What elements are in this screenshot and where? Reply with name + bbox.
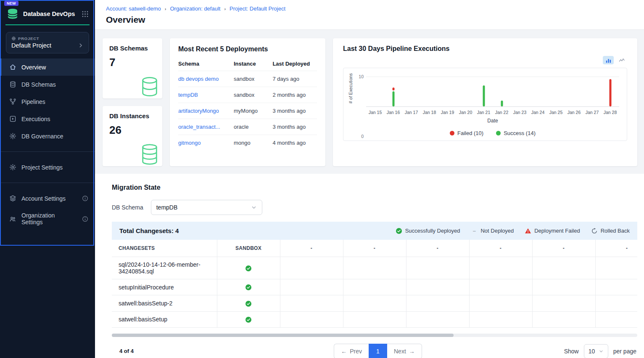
chart-plot-area bbox=[366, 73, 619, 107]
sidebar-item-db-schemas[interactable]: DB Schemas bbox=[0, 76, 95, 93]
database-icon bbox=[9, 81, 16, 88]
failed-bar bbox=[392, 88, 394, 90]
column-header: CHANGESETS bbox=[112, 240, 217, 257]
schema-link[interactable]: db devops demo bbox=[178, 76, 219, 82]
line-chart-toggle-icon[interactable] bbox=[616, 56, 627, 64]
empty-cell bbox=[343, 279, 406, 295]
page-size-value: 10 bbox=[589, 348, 595, 355]
chevron-right-icon bbox=[78, 42, 84, 48]
breadcrumb-project-link[interactable]: Project: Default Project bbox=[230, 5, 285, 12]
empty-cell bbox=[406, 295, 469, 311]
status-legend-item: Deployment Failed bbox=[525, 228, 580, 234]
next-label: Next bbox=[394, 348, 406, 355]
schema-link[interactable]: tempDB bbox=[178, 92, 198, 98]
pipeline-icon bbox=[9, 98, 16, 105]
scrollbar-thumb[interactable] bbox=[112, 334, 454, 337]
chart-column bbox=[529, 73, 547, 106]
x-tick-label: Jan 15 bbox=[366, 110, 384, 115]
pipeline-executions-card: Last 30 Days Pipeline Executions # of Ex… bbox=[333, 38, 637, 166]
sidebar-item-account-settings[interactable]: Account Settings bbox=[0, 190, 95, 207]
page-size-select[interactable]: 10 bbox=[584, 344, 608, 358]
sidebar-item-overview[interactable]: Overview bbox=[0, 58, 95, 76]
x-tick-label: Jan 19 bbox=[438, 110, 457, 115]
sidebar-item-db-governance[interactable]: DB Governance bbox=[0, 127, 95, 145]
schema-link[interactable]: oracle_transact... bbox=[178, 124, 220, 130]
migration-state-section: Migration State DB Schema tempDB Total C… bbox=[95, 174, 644, 358]
sandbox-status-cell bbox=[217, 295, 280, 311]
people-icon bbox=[9, 215, 16, 223]
legend-label: Success (14) bbox=[504, 130, 536, 136]
empty-cell bbox=[595, 295, 637, 311]
schema-link[interactable]: gitmongo bbox=[178, 140, 201, 146]
breadcrumb-organization-link[interactable]: Organization: default bbox=[170, 5, 220, 12]
chart-column bbox=[384, 73, 402, 106]
sidebar-nav-secondary: Project Settings bbox=[0, 159, 95, 176]
migration-state-title: Migration State bbox=[112, 184, 637, 191]
info-icon[interactable] bbox=[82, 216, 88, 222]
apps-grid-icon[interactable] bbox=[82, 11, 89, 18]
project-selector[interactable]: PROJECT Default Project bbox=[6, 32, 89, 53]
sidebar-item-executions[interactable]: Executions bbox=[0, 110, 95, 127]
sidebar-item-organization-settings[interactable]: Organization Settings bbox=[0, 207, 95, 231]
instance-cell: sandbox bbox=[234, 87, 272, 103]
project-label: PROJECT bbox=[18, 36, 39, 41]
changeset-name: satwell:basisSetup bbox=[112, 311, 217, 327]
sidebar-item-label: DB Governance bbox=[21, 133, 63, 140]
page-title: Overview bbox=[106, 15, 633, 25]
sidebar-item-project-settings[interactable]: Project Settings bbox=[0, 159, 95, 176]
success-bar bbox=[483, 85, 485, 106]
y-axis-ticks: 10 0 bbox=[356, 73, 366, 136]
breadcrumb-separator-icon bbox=[224, 6, 226, 11]
sidebar-nav-tertiary: Account SettingsOrganization Settings bbox=[0, 190, 95, 231]
empty-cell bbox=[343, 295, 406, 311]
changeset-row: setupInitialProcedure bbox=[112, 279, 637, 295]
y-tick-min: 0 bbox=[361, 134, 364, 139]
legend-item: Success (14) bbox=[496, 130, 536, 136]
changeset-row: sql/2024-10-14-12-06-member-34240854.sql bbox=[112, 257, 637, 279]
schema-link[interactable]: artifactoryMongo bbox=[178, 108, 219, 114]
empty-cell bbox=[532, 279, 595, 295]
changeset-row: satwell:basisSetup bbox=[112, 311, 637, 327]
empty-cell bbox=[532, 311, 595, 327]
empty-cell bbox=[469, 257, 532, 279]
sidebar-item-pipelines[interactable]: Pipelines bbox=[0, 93, 95, 110]
success-check-icon bbox=[245, 316, 252, 323]
app-title: Database DevOps bbox=[23, 11, 82, 17]
empty-cell bbox=[469, 279, 532, 295]
empty-cell bbox=[280, 311, 343, 327]
db-schema-select[interactable]: tempDB bbox=[151, 200, 262, 215]
status-legend-label: Rolled Back bbox=[601, 228, 630, 234]
deployment-row: artifactoryMongomyMongo3 months ago bbox=[178, 103, 317, 119]
chart-legend: Failed (10)Success (14) bbox=[366, 130, 619, 136]
db-schemas-card: DB Schemas 7 bbox=[103, 38, 162, 98]
db-schema-label: DB Schema bbox=[112, 204, 143, 211]
y-tick-max: 10 bbox=[359, 74, 364, 79]
success-check-icon bbox=[245, 284, 252, 290]
instance-cell: sandbox bbox=[234, 71, 272, 87]
page-number-button[interactable]: 1 bbox=[369, 344, 387, 358]
bar-chart-toggle-icon[interactable] bbox=[603, 56, 614, 64]
next-page-button[interactable]: Next → bbox=[387, 344, 422, 358]
chart-column bbox=[583, 73, 601, 106]
last-deployed-cell: 3 months ago bbox=[272, 103, 317, 119]
failed-bar bbox=[609, 79, 611, 106]
per-page-label: per page bbox=[613, 348, 636, 355]
chart-column bbox=[475, 73, 493, 106]
info-icon[interactable] bbox=[82, 195, 88, 202]
governance-icon bbox=[9, 133, 16, 140]
empty-cell bbox=[280, 295, 343, 311]
breadcrumb-account-link[interactable]: Account: satwell-demo bbox=[106, 5, 161, 12]
chart-column bbox=[366, 73, 384, 106]
empty-cell bbox=[469, 311, 532, 327]
chart-column bbox=[601, 73, 619, 106]
app-logo-database-icon bbox=[6, 8, 19, 19]
pagination: 4 of 4 ← Prev 1 Next → Show 10 bbox=[112, 344, 637, 358]
prev-page-button[interactable]: ← Prev bbox=[334, 344, 369, 358]
chart-type-toggle bbox=[343, 56, 627, 64]
x-tick-label: Jan 28 bbox=[601, 110, 619, 115]
sidebar-item-label: Project Settings bbox=[21, 164, 63, 171]
sidebar-item-label: Pipelines bbox=[21, 98, 45, 105]
warning-triangle-icon bbox=[525, 228, 531, 234]
deployment-row: db devops demosandbox7 days ago bbox=[178, 71, 317, 87]
home-icon bbox=[9, 64, 16, 71]
